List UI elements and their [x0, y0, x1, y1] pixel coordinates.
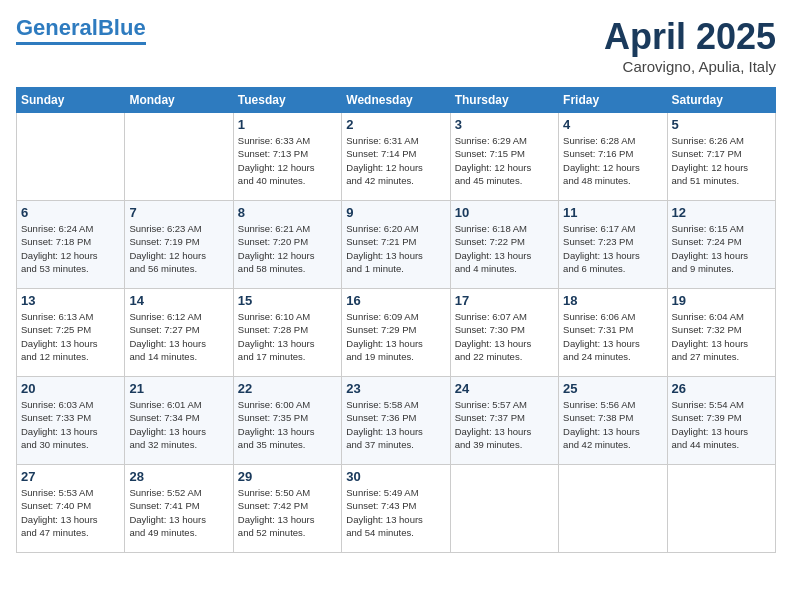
- day-number: 6: [21, 205, 120, 220]
- column-header-sunday: Sunday: [17, 88, 125, 113]
- day-info: Sunrise: 6:23 AM Sunset: 7:19 PM Dayligh…: [129, 222, 228, 275]
- calendar-cell: [17, 113, 125, 201]
- day-number: 1: [238, 117, 337, 132]
- day-info: Sunrise: 6:06 AM Sunset: 7:31 PM Dayligh…: [563, 310, 662, 363]
- day-number: 27: [21, 469, 120, 484]
- day-number: 28: [129, 469, 228, 484]
- calendar-cell: [125, 113, 233, 201]
- calendar-cell: 10Sunrise: 6:18 AM Sunset: 7:22 PM Dayli…: [450, 201, 558, 289]
- day-info: Sunrise: 6:31 AM Sunset: 7:14 PM Dayligh…: [346, 134, 445, 187]
- day-number: 7: [129, 205, 228, 220]
- calendar-cell: 15Sunrise: 6:10 AM Sunset: 7:28 PM Dayli…: [233, 289, 341, 377]
- calendar-cell: 13Sunrise: 6:13 AM Sunset: 7:25 PM Dayli…: [17, 289, 125, 377]
- day-info: Sunrise: 6:33 AM Sunset: 7:13 PM Dayligh…: [238, 134, 337, 187]
- calendar-cell: 2Sunrise: 6:31 AM Sunset: 7:14 PM Daylig…: [342, 113, 450, 201]
- calendar-cell: 21Sunrise: 6:01 AM Sunset: 7:34 PM Dayli…: [125, 377, 233, 465]
- calendar-cell: 16Sunrise: 6:09 AM Sunset: 7:29 PM Dayli…: [342, 289, 450, 377]
- day-info: Sunrise: 5:50 AM Sunset: 7:42 PM Dayligh…: [238, 486, 337, 539]
- day-number: 23: [346, 381, 445, 396]
- calendar-cell: [667, 465, 775, 553]
- calendar-cell: 11Sunrise: 6:17 AM Sunset: 7:23 PM Dayli…: [559, 201, 667, 289]
- day-number: 22: [238, 381, 337, 396]
- calendar-cell: 14Sunrise: 6:12 AM Sunset: 7:27 PM Dayli…: [125, 289, 233, 377]
- title-area: April 2025 Carovigno, Apulia, Italy: [604, 16, 776, 75]
- calendar-cell: 12Sunrise: 6:15 AM Sunset: 7:24 PM Dayli…: [667, 201, 775, 289]
- calendar-cell: 18Sunrise: 6:06 AM Sunset: 7:31 PM Dayli…: [559, 289, 667, 377]
- day-info: Sunrise: 6:18 AM Sunset: 7:22 PM Dayligh…: [455, 222, 554, 275]
- calendar-cell: 8Sunrise: 6:21 AM Sunset: 7:20 PM Daylig…: [233, 201, 341, 289]
- day-number: 3: [455, 117, 554, 132]
- column-header-wednesday: Wednesday: [342, 88, 450, 113]
- day-number: 17: [455, 293, 554, 308]
- calendar-cell: 27Sunrise: 5:53 AM Sunset: 7:40 PM Dayli…: [17, 465, 125, 553]
- calendar-cell: 22Sunrise: 6:00 AM Sunset: 7:35 PM Dayli…: [233, 377, 341, 465]
- calendar-cell: 3Sunrise: 6:29 AM Sunset: 7:15 PM Daylig…: [450, 113, 558, 201]
- day-info: Sunrise: 6:13 AM Sunset: 7:25 PM Dayligh…: [21, 310, 120, 363]
- day-info: Sunrise: 6:09 AM Sunset: 7:29 PM Dayligh…: [346, 310, 445, 363]
- day-number: 4: [563, 117, 662, 132]
- day-info: Sunrise: 6:21 AM Sunset: 7:20 PM Dayligh…: [238, 222, 337, 275]
- column-header-monday: Monday: [125, 88, 233, 113]
- calendar-header: SundayMondayTuesdayWednesdayThursdayFrid…: [17, 88, 776, 113]
- day-info: Sunrise: 5:52 AM Sunset: 7:41 PM Dayligh…: [129, 486, 228, 539]
- header-row: SundayMondayTuesdayWednesdayThursdayFrid…: [17, 88, 776, 113]
- day-info: Sunrise: 5:49 AM Sunset: 7:43 PM Dayligh…: [346, 486, 445, 539]
- day-info: Sunrise: 6:17 AM Sunset: 7:23 PM Dayligh…: [563, 222, 662, 275]
- column-header-tuesday: Tuesday: [233, 88, 341, 113]
- calendar-cell: 26Sunrise: 5:54 AM Sunset: 7:39 PM Dayli…: [667, 377, 775, 465]
- calendar-cell: 25Sunrise: 5:56 AM Sunset: 7:38 PM Dayli…: [559, 377, 667, 465]
- day-info: Sunrise: 6:29 AM Sunset: 7:15 PM Dayligh…: [455, 134, 554, 187]
- day-number: 14: [129, 293, 228, 308]
- calendar-cell: [559, 465, 667, 553]
- calendar-cell: 19Sunrise: 6:04 AM Sunset: 7:32 PM Dayli…: [667, 289, 775, 377]
- page-header: GeneralBlue April 2025 Carovigno, Apulia…: [16, 16, 776, 75]
- day-number: 24: [455, 381, 554, 396]
- logo-text: GeneralBlue: [16, 16, 146, 40]
- week-row-3: 13Sunrise: 6:13 AM Sunset: 7:25 PM Dayli…: [17, 289, 776, 377]
- calendar-cell: 30Sunrise: 5:49 AM Sunset: 7:43 PM Dayli…: [342, 465, 450, 553]
- calendar-cell: 6Sunrise: 6:24 AM Sunset: 7:18 PM Daylig…: [17, 201, 125, 289]
- calendar-cell: [450, 465, 558, 553]
- day-info: Sunrise: 6:28 AM Sunset: 7:16 PM Dayligh…: [563, 134, 662, 187]
- day-number: 5: [672, 117, 771, 132]
- calendar-cell: 20Sunrise: 6:03 AM Sunset: 7:33 PM Dayli…: [17, 377, 125, 465]
- calendar-cell: 5Sunrise: 6:26 AM Sunset: 7:17 PM Daylig…: [667, 113, 775, 201]
- day-number: 10: [455, 205, 554, 220]
- day-info: Sunrise: 6:01 AM Sunset: 7:34 PM Dayligh…: [129, 398, 228, 451]
- day-info: Sunrise: 6:04 AM Sunset: 7:32 PM Dayligh…: [672, 310, 771, 363]
- day-info: Sunrise: 5:54 AM Sunset: 7:39 PM Dayligh…: [672, 398, 771, 451]
- day-number: 19: [672, 293, 771, 308]
- day-number: 9: [346, 205, 445, 220]
- day-number: 12: [672, 205, 771, 220]
- column-header-friday: Friday: [559, 88, 667, 113]
- column-header-saturday: Saturday: [667, 88, 775, 113]
- calendar-cell: 9Sunrise: 6:20 AM Sunset: 7:21 PM Daylig…: [342, 201, 450, 289]
- day-info: Sunrise: 5:57 AM Sunset: 7:37 PM Dayligh…: [455, 398, 554, 451]
- day-info: Sunrise: 5:56 AM Sunset: 7:38 PM Dayligh…: [563, 398, 662, 451]
- calendar-cell: 7Sunrise: 6:23 AM Sunset: 7:19 PM Daylig…: [125, 201, 233, 289]
- week-row-4: 20Sunrise: 6:03 AM Sunset: 7:33 PM Dayli…: [17, 377, 776, 465]
- day-info: Sunrise: 6:03 AM Sunset: 7:33 PM Dayligh…: [21, 398, 120, 451]
- day-number: 16: [346, 293, 445, 308]
- logo-blue: Blue: [98, 15, 146, 40]
- day-info: Sunrise: 6:10 AM Sunset: 7:28 PM Dayligh…: [238, 310, 337, 363]
- day-info: Sunrise: 5:53 AM Sunset: 7:40 PM Dayligh…: [21, 486, 120, 539]
- day-info: Sunrise: 6:00 AM Sunset: 7:35 PM Dayligh…: [238, 398, 337, 451]
- day-info: Sunrise: 5:58 AM Sunset: 7:36 PM Dayligh…: [346, 398, 445, 451]
- day-info: Sunrise: 6:12 AM Sunset: 7:27 PM Dayligh…: [129, 310, 228, 363]
- calendar-table: SundayMondayTuesdayWednesdayThursdayFrid…: [16, 87, 776, 553]
- day-number: 30: [346, 469, 445, 484]
- calendar-cell: 24Sunrise: 5:57 AM Sunset: 7:37 PM Dayli…: [450, 377, 558, 465]
- day-number: 21: [129, 381, 228, 396]
- day-number: 25: [563, 381, 662, 396]
- column-header-thursday: Thursday: [450, 88, 558, 113]
- calendar-cell: 28Sunrise: 5:52 AM Sunset: 7:41 PM Dayli…: [125, 465, 233, 553]
- month-title: April 2025: [604, 16, 776, 58]
- day-number: 15: [238, 293, 337, 308]
- week-row-2: 6Sunrise: 6:24 AM Sunset: 7:18 PM Daylig…: [17, 201, 776, 289]
- day-number: 2: [346, 117, 445, 132]
- logo: GeneralBlue: [16, 16, 146, 45]
- calendar-cell: 4Sunrise: 6:28 AM Sunset: 7:16 PM Daylig…: [559, 113, 667, 201]
- day-number: 11: [563, 205, 662, 220]
- day-number: 26: [672, 381, 771, 396]
